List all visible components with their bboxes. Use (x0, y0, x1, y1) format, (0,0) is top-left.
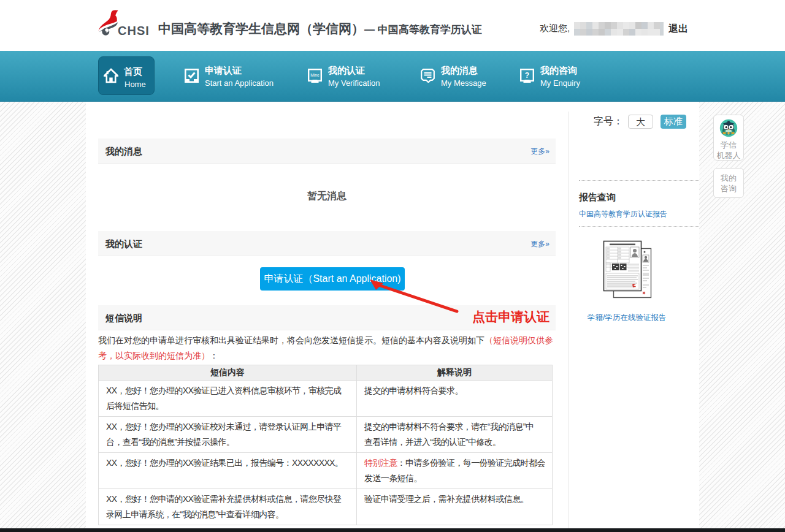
svg-text:Mine: Mine (310, 73, 320, 77)
svg-text:?: ? (525, 71, 529, 80)
